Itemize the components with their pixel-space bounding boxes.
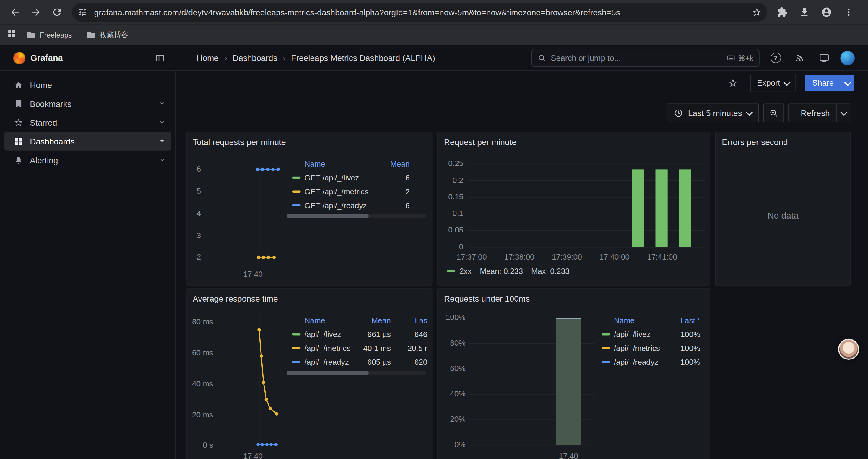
legend-col-mean[interactable]: Mean — [376, 159, 409, 168]
series-color-dash — [602, 347, 610, 349]
chevron-down-icon[interactable] — [159, 119, 165, 126]
back-button[interactable] — [6, 3, 25, 22]
keyboard-icon — [727, 54, 735, 62]
site-info-icon[interactable] — [78, 7, 88, 17]
favorite-dashboard-button[interactable] — [725, 75, 741, 91]
refresh-interval-dropdown[interactable] — [836, 104, 851, 122]
panel-total-requests: Total requests per minute 6543217:40 Nam… — [186, 132, 433, 286]
series-name[interactable]: /api/_/readyz — [614, 357, 661, 366]
breadcrumb-dashboards[interactable]: Dashboards — [232, 53, 277, 63]
forward-button[interactable] — [27, 3, 45, 22]
ytick-label: 40% — [450, 389, 466, 398]
legend-col-mean[interactable]: Mean — [360, 316, 391, 325]
legend-row: /api/_/livez 661 µs 646 — [292, 327, 427, 341]
series-color-dash — [292, 190, 301, 192]
sidebar-item-starred[interactable]: Starred — [4, 113, 171, 132]
floating-avatar-button[interactable] — [838, 339, 859, 360]
grafana-logo[interactable] — [13, 52, 25, 64]
scrollbar-thumb[interactable] — [287, 371, 369, 375]
chevron-down-icon — [840, 109, 848, 116]
legend-row: /api/_/metrics 100% — [602, 341, 701, 355]
panel-legend: Name Last * /api/_/livez 100% /api/_/met… — [596, 314, 711, 369]
legend-scrollbar[interactable] — [287, 214, 426, 218]
extensions-button[interactable] — [773, 3, 792, 22]
help-button[interactable]: ? — [767, 50, 784, 66]
legend-col-name[interactable]: Name — [614, 316, 661, 325]
search-input[interactable] — [551, 54, 722, 62]
refresh-button[interactable]: Refresh — [789, 104, 836, 122]
folder-icon — [27, 30, 36, 40]
series-name[interactable]: /api/_/livez — [614, 330, 661, 338]
legend-row: /api/_/readyz 100% — [602, 355, 701, 369]
panel-title[interactable]: Errors per second — [722, 137, 788, 147]
legend-col-last[interactable]: Las — [391, 316, 428, 325]
time-range-picker[interactable]: Last 5 minutes — [666, 103, 759, 122]
legend-col-name[interactable]: Name — [305, 316, 360, 325]
zoom-out-button[interactable] — [764, 103, 784, 122]
sidebar-item-home[interactable]: Home — [4, 75, 171, 94]
sidebar-item-dashboards[interactable]: Dashboards — [4, 132, 171, 151]
series-mean: 661 µs — [360, 330, 391, 338]
series-name[interactable]: GET /api/_/readyz — [305, 201, 377, 209]
omnibox[interactable]: grafana.mathmast.com/d/deytv4rwavabkb/fr… — [72, 3, 767, 22]
legend-scrollbar[interactable] — [287, 371, 426, 375]
series-name[interactable]: /api/_/livez — [305, 330, 360, 338]
bookmark-star-icon[interactable] — [752, 7, 762, 17]
legend-col-name[interactable]: Name — [305, 159, 377, 168]
chart-plot-area[interactable]: 0.250.20.150.10.05017:37:0017:38:0017:39… — [438, 132, 710, 285]
bookmark-label: Freeleaps — [40, 31, 72, 39]
downloads-button[interactable] — [795, 3, 814, 22]
news-button[interactable] — [792, 50, 808, 66]
chevron-down-icon[interactable] — [159, 157, 165, 163]
sidebar: Home Bookmarks Starred Dashboards Alerti… — [0, 71, 176, 459]
series-name[interactable]: /api/_/readyz — [305, 357, 360, 366]
browser-menu-button[interactable] — [839, 3, 858, 22]
series-last: 646 — [391, 330, 428, 338]
breadcrumb-current: Freeleaps Metrics Dashboard (ALPHA) — [291, 53, 435, 63]
bookmark-folder-blog[interactable]: 收藏博客 — [82, 28, 133, 42]
reload-button[interactable] — [48, 3, 66, 22]
series-name[interactable]: 2xx — [459, 267, 471, 275]
panel-legend: Name Mean GET /api/_/livez 6 GET /api/_/… — [287, 157, 433, 212]
profile-avatar-button[interactable] — [840, 51, 855, 65]
gridline — [468, 164, 705, 165]
series-name[interactable]: GET /api/_/livez — [305, 173, 377, 182]
ytick-label: 100% — [446, 313, 466, 322]
sidebar-item-bookmarks[interactable]: Bookmarks — [4, 94, 171, 113]
search-box[interactable]: ⌘+k — [531, 49, 760, 67]
url-text[interactable]: grafana.mathmast.com/d/deytv4rwavabkb/fr… — [94, 7, 752, 17]
gridline — [469, 445, 594, 446]
scrollbar-thumb[interactable] — [287, 214, 369, 218]
breadcrumb-home[interactable]: Home — [196, 53, 219, 63]
monitor-icon — [819, 53, 829, 63]
series-max: Max: 0.233 — [531, 267, 569, 275]
series-name[interactable]: /api/_/metrics — [614, 343, 661, 352]
series-name[interactable]: /api/_/metrics — [305, 343, 360, 352]
apps-grid-icon[interactable] — [6, 29, 17, 41]
export-button[interactable]: Export — [750, 75, 796, 91]
chevron-down-icon — [844, 78, 851, 86]
share-button[interactable]: Share — [805, 75, 841, 91]
series-name[interactable]: GET /api/_/metrics — [305, 187, 377, 196]
chevron-down-icon[interactable] — [159, 100, 165, 107]
bookmarks-bar: Freeleaps 收藏博客 — [0, 24, 868, 45]
series-mean: 40.1 ms — [360, 343, 391, 352]
chevron-down-icon[interactable] — [159, 138, 165, 144]
search-icon — [537, 54, 546, 62]
bar — [655, 169, 668, 247]
screens-button[interactable] — [816, 50, 833, 66]
search-shortcut: ⌘+k — [727, 54, 753, 62]
refresh-split-button: Refresh — [788, 103, 851, 122]
header-main: Home › Dashboards › Freeleaps Metrics Da… — [176, 45, 868, 70]
screen: grafana.mathmast.com/d/deytv4rwavabkb/fr… — [0, 0, 868, 459]
no-data-message: No data — [716, 211, 850, 221]
sidebar-collapse-button[interactable] — [152, 50, 168, 66]
legend-col-last[interactable]: Last * — [661, 316, 700, 325]
zoom-out-icon — [769, 108, 778, 118]
profile-button[interactable] — [817, 3, 836, 22]
bookmark-folder-freeleaps[interactable]: Freeleaps — [22, 28, 76, 41]
dashboard-area: Export Share Last 5 minutes — [176, 71, 868, 459]
share-dropdown-button[interactable] — [841, 75, 854, 91]
sidebar-item-alerting[interactable]: Alerting — [4, 151, 171, 169]
ytick-label: 0.25 — [448, 159, 463, 168]
